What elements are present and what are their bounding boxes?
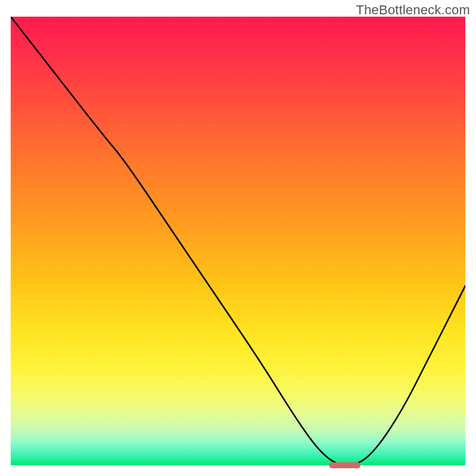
chart-container: TheBottleneck.com	[0, 0, 476, 476]
optimal-range-marker	[329, 462, 361, 468]
bottleneck-curve-svg	[11, 17, 465, 465]
bottleneck-curve-path	[11, 17, 465, 465]
plot-area	[11, 17, 465, 465]
watermark-text: TheBottleneck.com	[356, 2, 470, 18]
